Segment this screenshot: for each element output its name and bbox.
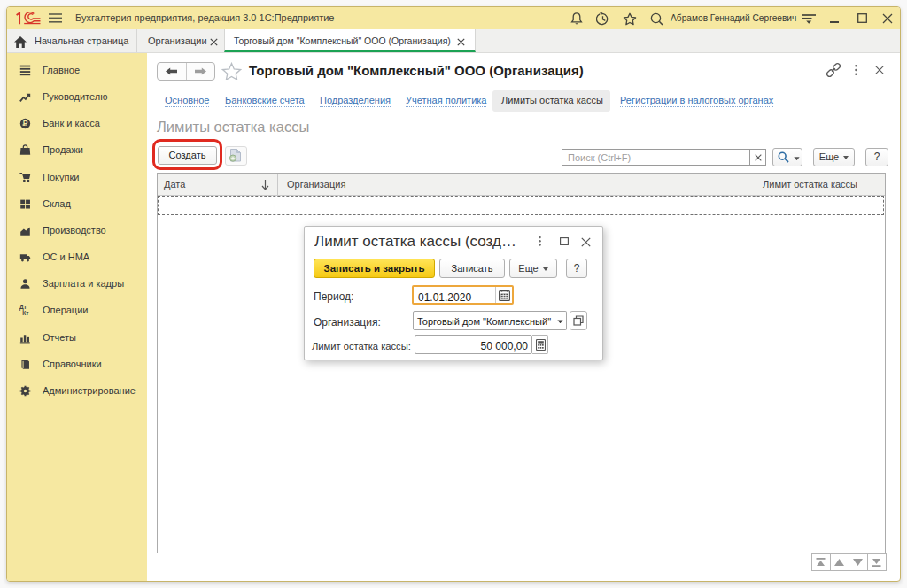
svg-text:P: P bbox=[23, 119, 28, 128]
svg-text:Кт: Кт bbox=[22, 310, 28, 316]
